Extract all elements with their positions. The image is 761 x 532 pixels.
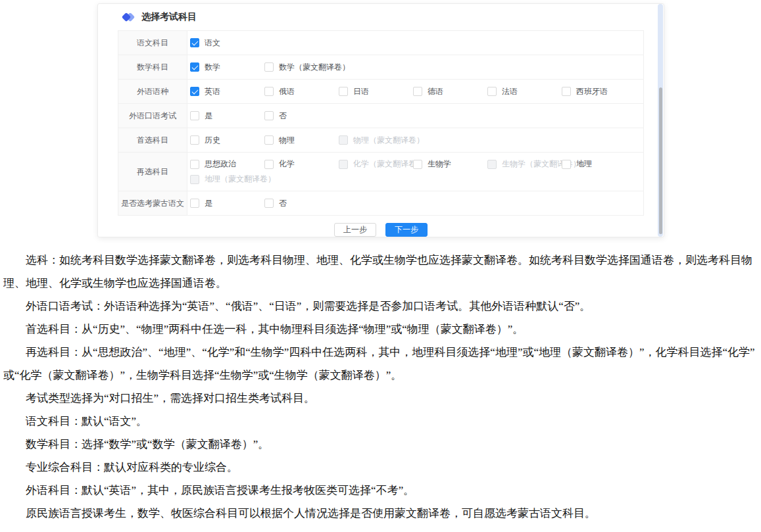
checkbox-option: 化学（蒙文翻译卷）: [339, 157, 413, 172]
row-options: 是否: [187, 104, 643, 128]
checkbox-icon[interactable]: [264, 199, 274, 208]
checkbox-label: 德语: [428, 86, 443, 97]
checkbox-icon[interactable]: [190, 111, 199, 120]
card-header: 选择考试科目: [98, 4, 664, 30]
notes: 选科：如统考科目数学选择蒙文翻译卷，则选考科目物理、地理、化学或生物学也应选择蒙…: [0, 249, 758, 525]
row-label: 外语语种: [118, 80, 187, 103]
checkbox-label: 生物学: [428, 158, 451, 170]
checkbox-icon[interactable]: [264, 135, 274, 145]
row-options: 英语俄语日语德语法语西班牙语: [187, 80, 643, 103]
note-paragraph: 首选科目：从“历史”、“物理”两科中任选一科，其中物理科目须选择“物理”或“物理…: [3, 318, 755, 341]
note-paragraph: 语文科目：默认“语文”。: [3, 410, 755, 433]
checkbox-icon[interactable]: [562, 87, 571, 96]
checkbox-icon[interactable]: [487, 87, 497, 96]
page-title: 选择考试科目: [141, 11, 197, 23]
checkbox-label: 语文: [205, 37, 220, 49]
row-label: 外语口语考试: [118, 104, 187, 128]
prev-step-button[interactable]: 上一步: [334, 223, 376, 237]
checkbox-option[interactable]: 物理: [264, 133, 339, 148]
checkbox-option[interactable]: 德语: [413, 84, 487, 99]
checkbox-label: 地理: [576, 158, 592, 170]
note-paragraph: 数学科目：选择“数学”或“数学（蒙文翻译卷）”。: [3, 433, 755, 456]
checkbox-option[interactable]: 日语: [339, 84, 413, 99]
row-label: 语文科目: [118, 31, 187, 55]
checkbox-option: 物理（蒙文翻译卷）: [339, 133, 413, 148]
checkbox-option[interactable]: 否: [264, 196, 339, 211]
checkbox-option[interactable]: 法语: [487, 84, 562, 99]
checkbox-option[interactable]: 是: [190, 196, 264, 211]
checkbox-label: 英语: [205, 86, 220, 97]
checkbox-option[interactable]: 否: [264, 109, 339, 124]
checkbox-label: 化学: [279, 158, 295, 170]
checkbox-icon[interactable]: [264, 62, 274, 72]
checkbox-icon: [487, 160, 497, 169]
checkbox-label: 法语: [502, 86, 518, 97]
checkbox-option[interactable]: 化学: [264, 157, 339, 172]
next-step-button[interactable]: 下一步: [385, 223, 428, 237]
checkbox-label: 思想政治: [205, 158, 236, 170]
row-label: 数学科目: [118, 55, 187, 79]
checkbox-option[interactable]: 数学（蒙文翻译卷）: [264, 60, 339, 75]
subject-table: 语文科目语文数学科目数学数学（蒙文翻译卷）外语语种英语俄语日语德语法语西班牙语外…: [118, 30, 644, 216]
exam-subject-card: 选择考试科目 语文科目语文数学科目数学数学（蒙文翻译卷）外语语种英语俄语日语德语…: [97, 3, 664, 237]
row-options: 思想政治化学化学（蒙文翻译卷）生物学生物学（蒙文翻译卷）地理地理（蒙文翻译卷）: [187, 153, 643, 191]
card-footer: 上一步 下一步: [98, 216, 664, 243]
checkbox-option[interactable]: 数学: [190, 60, 264, 75]
note-paragraph: 专业综合科目：默认对应科类的专业综合。: [3, 456, 755, 479]
checkbox-label: 是: [205, 198, 212, 209]
checkbox-option[interactable]: 俄语: [264, 84, 339, 99]
checkbox-option[interactable]: 历史: [190, 133, 264, 148]
checkbox-label: 是: [205, 110, 212, 122]
checkbox-option[interactable]: 语文: [190, 36, 264, 51]
diamond-icon: [122, 12, 135, 22]
checkbox-option[interactable]: 地理: [562, 157, 636, 172]
table-row: 数学科目数学数学（蒙文翻译卷）: [118, 55, 643, 80]
row-label: 首选科目: [118, 128, 187, 152]
note-paragraph: 选科：如统考科目数学选择蒙文翻译卷，则选考科目物理、地理、化学或生物学也应选择蒙…: [3, 249, 755, 295]
checkbox-icon[interactable]: [190, 199, 199, 208]
checkbox-label: 否: [279, 198, 287, 209]
row-options: 是否: [187, 191, 643, 215]
table-row: 是否选考蒙古语文是否: [118, 191, 643, 215]
checkbox-label: 西班牙语: [576, 86, 608, 97]
checkbox-icon[interactable]: [264, 111, 274, 120]
checkbox-icon[interactable]: [190, 160, 199, 169]
checkbox-label: 物理（蒙文翻译卷）: [353, 135, 424, 146]
checkbox-label: 物理: [279, 135, 295, 146]
checkbox-label: 日语: [353, 86, 369, 97]
checkbox-icon[interactable]: [190, 38, 199, 47]
note-paragraph: 再选科目：从“思想政治”、“地理”、“化学”和“生物学”四科中任选两科，其中，地…: [3, 341, 755, 387]
checkbox-option[interactable]: 是: [190, 109, 264, 124]
row-label: 是否选考蒙古语文: [118, 191, 187, 215]
checkbox-icon[interactable]: [413, 87, 422, 96]
checkbox-icon: [190, 175, 199, 184]
checkbox-label: 俄语: [279, 86, 295, 97]
checkbox-icon[interactable]: [562, 160, 571, 169]
checkbox-option[interactable]: 思想政治: [190, 157, 264, 172]
checkbox-option: 地理（蒙文翻译卷）: [190, 172, 264, 187]
checkbox-icon[interactable]: [413, 160, 422, 169]
checkbox-icon[interactable]: [190, 135, 199, 145]
checkbox-option[interactable]: 英语: [190, 84, 264, 99]
checkbox-option: 生物学（蒙文翻译卷）: [487, 157, 562, 172]
scrollbar-thumb[interactable]: [659, 87, 662, 234]
note-paragraph: 外语口语考试：外语语种选择为“英语”、“俄语”、“日语”，则需要选择是否参加口语…: [3, 295, 755, 318]
note-paragraph: 原民族语言授课考生，数学、牧医综合科目可以根据个人情况选择是否使用蒙文翻译卷，可…: [3, 502, 755, 525]
table-row: 外语口语考试是否: [118, 104, 643, 128]
checkbox-label: 数学: [205, 62, 220, 73]
checkbox-icon[interactable]: [264, 87, 274, 96]
checkbox-label: 历史: [205, 135, 220, 146]
checkbox-icon[interactable]: [264, 160, 274, 169]
table-row: 首选科目历史物理物理（蒙文翻译卷）: [118, 128, 643, 153]
checkbox-option[interactable]: 西班牙语: [562, 84, 636, 99]
checkbox-icon: [339, 135, 348, 145]
checkbox-icon[interactable]: [339, 87, 348, 96]
note-paragraph: 考试类型选择为“对口招生”，需选择对口招生类考试科目。: [3, 387, 755, 410]
checkbox-icon[interactable]: [190, 87, 199, 96]
row-options: 语文: [187, 31, 643, 55]
checkbox-label: 地理（蒙文翻译卷）: [205, 174, 276, 185]
checkbox-option[interactable]: 生物学: [413, 157, 487, 172]
table-row: 语文科目语文: [118, 31, 643, 55]
checkbox-icon: [339, 160, 348, 169]
checkbox-icon[interactable]: [190, 62, 199, 72]
